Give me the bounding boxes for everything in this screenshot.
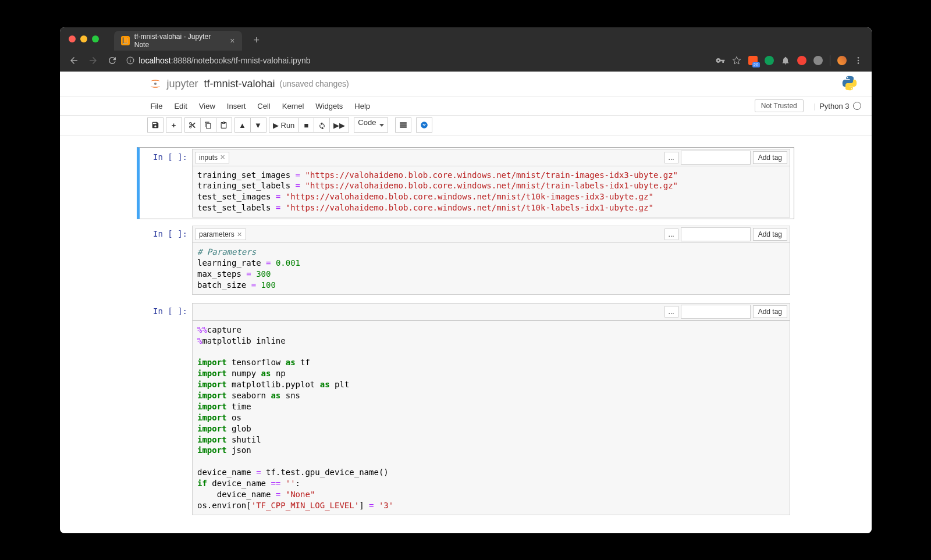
tab-title: tf-mnist-valohai - Jupyter Note bbox=[134, 33, 223, 49]
remove-tag-icon[interactable]: ✕ bbox=[237, 231, 242, 238]
code-cell[interactable]: In [ ]:inputs ✕...Add tagtraining_set_im… bbox=[137, 147, 794, 220]
window-maximize[interactable] bbox=[92, 35, 99, 42]
code-input[interactable]: # Parameters learning_rate = 0.001 max_s… bbox=[192, 243, 790, 295]
back-icon[interactable] bbox=[69, 55, 79, 66]
menu-file[interactable]: File bbox=[145, 99, 169, 113]
svg-point-2 bbox=[857, 60, 859, 62]
bell-icon[interactable] bbox=[781, 56, 790, 65]
jupyter-favicon: 📙 bbox=[121, 36, 130, 45]
add-tag-button[interactable]: Add tag bbox=[753, 228, 787, 241]
valohai-icon[interactable] bbox=[416, 117, 432, 133]
paste-icon[interactable] bbox=[216, 117, 232, 133]
key-icon[interactable] bbox=[716, 56, 725, 65]
profile-avatar[interactable] bbox=[837, 56, 847, 65]
code-cell[interactable]: In [ ]:parameters ✕...Add tag# Parameter… bbox=[137, 224, 794, 297]
kernel-indicator[interactable]: | Python 3 bbox=[814, 102, 861, 110]
tag-more[interactable]: ... bbox=[665, 306, 678, 318]
close-tab-icon[interactable]: × bbox=[230, 36, 234, 45]
notebook-title[interactable]: tf-mnist-valohai bbox=[204, 78, 275, 90]
cell-tag[interactable]: parameters ✕ bbox=[195, 229, 246, 240]
toolbar: + ▲ ▼ ▶Run ■ ▶▶ Code bbox=[60, 116, 872, 135]
adblock-icon[interactable] bbox=[797, 56, 806, 65]
kernel-status-icon bbox=[853, 102, 861, 110]
extension-badge[interactable]: 20 bbox=[748, 56, 758, 65]
add-tag-button[interactable]: Add tag bbox=[753, 305, 787, 318]
cell-prompt: In [ ]: bbox=[140, 303, 192, 515]
menu-dots-icon[interactable] bbox=[854, 56, 863, 65]
tag-bar: ...Add tag bbox=[192, 303, 790, 320]
reload-icon[interactable] bbox=[107, 55, 118, 66]
jupyter-logo[interactable]: jupyter bbox=[147, 76, 198, 92]
chrome-tab-bar: 📙 tf-mnist-valohai - Jupyter Note × + bbox=[60, 27, 872, 51]
python-logo bbox=[841, 75, 858, 93]
menu-cell[interactable]: Cell bbox=[251, 99, 276, 113]
cut-icon[interactable] bbox=[184, 117, 201, 133]
menu-edit[interactable]: Edit bbox=[168, 99, 193, 113]
svg-point-4 bbox=[154, 83, 156, 85]
cell-prompt: In [ ]: bbox=[140, 226, 192, 295]
tag-input[interactable] bbox=[681, 151, 751, 165]
svg-rect-5 bbox=[400, 122, 407, 123]
menu-view[interactable]: View bbox=[193, 99, 221, 113]
cell-tag[interactable]: inputs ✕ bbox=[195, 152, 229, 163]
info-icon bbox=[126, 56, 134, 65]
jupyter-header: jupyter tf-mnist-valohai (unsaved change… bbox=[60, 72, 872, 97]
add-cell-icon[interactable]: + bbox=[166, 117, 182, 133]
command-palette-icon[interactable] bbox=[395, 117, 411, 133]
tag-input[interactable] bbox=[681, 305, 751, 319]
menu-widgets[interactable]: Widgets bbox=[310, 99, 349, 113]
move-up-icon[interactable]: ▲ bbox=[234, 117, 251, 133]
browser-window: 📙 tf-mnist-valohai - Jupyter Note × + lo… bbox=[60, 27, 872, 533]
menu-bar: FileEditViewInsertCellKernelWidgetsHelp … bbox=[60, 97, 872, 116]
url-field[interactable]: localhost:8888/notebooks/tf-mnist-valoha… bbox=[126, 56, 707, 65]
move-down-icon[interactable]: ▼ bbox=[250, 117, 266, 133]
tag-input[interactable] bbox=[681, 227, 751, 241]
browser-tab[interactable]: 📙 tf-mnist-valohai - Jupyter Note × bbox=[114, 31, 242, 51]
save-icon[interactable] bbox=[147, 117, 164, 133]
trust-button[interactable]: Not Trusted bbox=[755, 99, 804, 112]
code-input[interactable]: training_set_images = "https://valohaide… bbox=[192, 166, 790, 218]
tag-more[interactable]: ... bbox=[665, 152, 678, 163]
svg-point-3 bbox=[857, 62, 859, 64]
code-input[interactable]: %%capture %matplotlib inline import tens… bbox=[192, 320, 790, 515]
code-cell[interactable]: In [ ]:...Add tag%%capture %matplotlib i… bbox=[137, 301, 794, 517]
fast-forward-icon[interactable]: ▶▶ bbox=[329, 117, 349, 133]
notebook-area[interactable]: In [ ]:inputs ✕...Add tagtraining_set_im… bbox=[60, 135, 872, 533]
forward-icon[interactable] bbox=[88, 55, 98, 66]
copy-icon[interactable] bbox=[200, 117, 216, 133]
new-tab-icon[interactable]: + bbox=[254, 34, 260, 47]
run-button[interactable]: ▶Run bbox=[269, 117, 299, 133]
url-bar: localhost:8888/notebooks/tf-mnist-valoha… bbox=[60, 51, 872, 72]
menu-insert[interactable]: Insert bbox=[221, 99, 252, 113]
window-minimize[interactable] bbox=[80, 35, 87, 42]
stop-icon[interactable]: ■ bbox=[298, 117, 314, 133]
tag-bar: parameters ✕...Add tag bbox=[192, 226, 790, 243]
grammarly-icon[interactable] bbox=[765, 56, 774, 65]
cell-prompt: In [ ]: bbox=[140, 149, 192, 218]
restart-icon[interactable] bbox=[314, 117, 330, 133]
menu-help[interactable]: Help bbox=[349, 99, 376, 113]
menu-kernel[interactable]: Kernel bbox=[276, 99, 310, 113]
remove-tag-icon[interactable]: ✕ bbox=[220, 154, 225, 161]
tag-bar: inputs ✕...Add tag bbox=[192, 149, 790, 166]
tag-more[interactable]: ... bbox=[665, 229, 678, 240]
add-tag-button[interactable]: Add tag bbox=[753, 151, 787, 164]
cell-type-select[interactable]: Code bbox=[354, 117, 388, 133]
extension-icons: 20 bbox=[716, 55, 863, 66]
svg-rect-7 bbox=[400, 126, 407, 127]
save-status: (unsaved changes) bbox=[280, 79, 349, 88]
star-icon[interactable] bbox=[732, 56, 741, 65]
window-close[interactable] bbox=[69, 35, 76, 42]
extension-icon[interactable] bbox=[813, 56, 823, 65]
svg-rect-6 bbox=[400, 124, 407, 126]
svg-point-1 bbox=[857, 57, 859, 59]
